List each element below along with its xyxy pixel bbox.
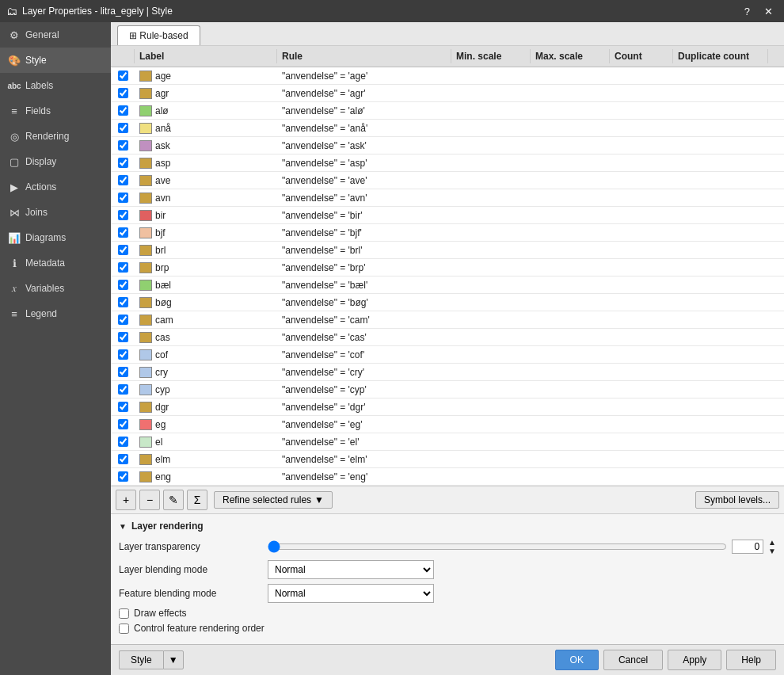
table-row[interactable]: cas "anvendelse" = 'cas' [111, 329, 784, 346]
transparency-slider[interactable] [268, 540, 727, 553]
sidebar-item-diagrams[interactable]: 📊 Diagrams [0, 225, 111, 250]
table-row[interactable]: alø "anvendelse" = 'alø' [111, 102, 784, 120]
table-row[interactable]: agr "anvendelse" = 'agr' [111, 85, 784, 102]
symbol-levels-button[interactable]: Symbol levels... [695, 491, 779, 509]
row-checkbox[interactable] [118, 419, 128, 429]
sidebar-item-labels[interactable]: abc Labels [0, 73, 111, 98]
sidebar-item-metadata[interactable]: ℹ Metadata [0, 250, 111, 276]
table-row[interactable]: elm "anvendelse" = 'elm' [111, 451, 784, 468]
table-row[interactable]: dgr "anvendelse" = 'dgr' [111, 399, 784, 416]
color-swatch[interactable] [139, 175, 152, 186]
rule-table-body[interactable]: age "anvendelse" = 'age' agr "anvendelse… [111, 67, 784, 486]
row-checkbox[interactable] [118, 471, 128, 482]
color-swatch[interactable] [139, 88, 152, 99]
apply-button[interactable]: Apply [668, 650, 721, 670]
row-checkbox[interactable] [118, 437, 128, 447]
color-swatch[interactable] [139, 280, 152, 291]
row-checkbox[interactable] [118, 332, 128, 342]
sidebar-item-display[interactable]: ▢ Display [0, 149, 111, 174]
row-checkbox[interactable] [118, 367, 128, 377]
draw-effects-checkbox[interactable] [119, 608, 129, 619]
table-row[interactable]: ask "anvendelse" = 'ask' [111, 137, 784, 154]
color-swatch[interactable] [139, 105, 152, 116]
transparency-value-input[interactable] [732, 540, 763, 554]
table-row[interactable]: brl "anvendelse" = 'brl' [111, 242, 784, 259]
table-row[interactable]: cyp "anvendelse" = 'cyp' [111, 381, 784, 399]
sidebar-item-actions[interactable]: ▶ Actions [0, 174, 111, 200]
color-swatch[interactable] [139, 454, 152, 465]
cancel-button[interactable]: Cancel [603, 650, 663, 670]
row-checkbox[interactable] [118, 402, 128, 412]
row-checkbox[interactable] [118, 454, 128, 464]
add-rule-button[interactable]: + [116, 490, 136, 510]
help-button[interactable]: ? [740, 4, 755, 19]
color-swatch[interactable] [139, 297, 152, 308]
row-checkbox[interactable] [118, 193, 128, 203]
row-checkbox[interactable] [118, 262, 128, 273]
color-swatch[interactable] [139, 158, 152, 169]
color-swatch[interactable] [139, 419, 152, 430]
color-swatch[interactable] [139, 315, 152, 326]
table-row[interactable]: age "anvendelse" = 'age' [111, 67, 784, 85]
table-row[interactable]: anå "anvendelse" = 'anå' [111, 120, 784, 137]
sidebar-item-rendering[interactable]: ◎ Rendering [0, 124, 111, 149]
style-arrow-button[interactable]: ▼ [163, 650, 184, 669]
table-row[interactable]: bæl "anvendelse" = 'bæl' [111, 276, 784, 294]
sidebar-item-general[interactable]: ⚙ General [0, 22, 111, 48]
color-swatch[interactable] [139, 140, 152, 151]
refine-rules-button[interactable]: Refine selected rules ▼ [214, 491, 333, 509]
sidebar-item-variables[interactable]: 𝑥 Variables [0, 276, 111, 301]
table-row[interactable]: el "anvendelse" = 'el' [111, 433, 784, 451]
edit-rule-button[interactable]: ✎ [163, 490, 184, 510]
row-checkbox[interactable] [118, 71, 128, 81]
row-checkbox[interactable] [118, 140, 128, 151]
color-swatch[interactable] [139, 402, 152, 413]
color-swatch[interactable] [139, 349, 152, 360]
table-row[interactable]: bir "anvendelse" = 'bir' [111, 207, 784, 224]
table-row[interactable]: bjf "anvendelse" = 'bjf' [111, 224, 784, 242]
table-row[interactable]: eng "anvendelse" = 'eng' [111, 468, 784, 486]
table-row[interactable]: avn "anvendelse" = 'avn' [111, 189, 784, 207]
table-row[interactable]: eg "anvendelse" = 'eg' [111, 416, 784, 433]
color-swatch[interactable] [139, 471, 152, 482]
row-checkbox[interactable] [118, 105, 128, 116]
row-checkbox[interactable] [118, 315, 128, 325]
color-swatch[interactable] [139, 367, 152, 378]
row-checkbox[interactable] [118, 210, 128, 220]
style-button[interactable]: Style [119, 650, 163, 669]
layer-rendering-header[interactable]: ▼ Layer rendering [119, 521, 776, 532]
control-order-checkbox[interactable] [119, 624, 129, 634]
table-row[interactable]: cry "anvendelse" = 'cry' [111, 364, 784, 381]
color-swatch[interactable] [139, 227, 152, 238]
sidebar-item-joins[interactable]: ⋈ Joins [0, 200, 111, 225]
sidebar-item-fields[interactable]: ≡ Fields [0, 98, 111, 124]
tab-rule-based[interactable]: ⊞ Rule-based [117, 25, 200, 45]
color-swatch[interactable] [139, 193, 152, 204]
row-checkbox[interactable] [118, 158, 128, 168]
row-checkbox[interactable] [118, 245, 128, 255]
row-checkbox[interactable] [118, 175, 128, 185]
table-row[interactable]: ave "anvendelse" = 'ave' [111, 172, 784, 189]
row-checkbox[interactable] [118, 280, 128, 290]
color-swatch[interactable] [139, 332, 152, 343]
color-swatch[interactable] [139, 262, 152, 273]
color-swatch[interactable] [139, 123, 152, 134]
row-checkbox[interactable] [118, 384, 128, 395]
sigma-button[interactable]: Σ [187, 490, 207, 510]
remove-rule-button[interactable]: − [139, 490, 160, 510]
row-checkbox[interactable] [118, 123, 128, 133]
color-swatch[interactable] [139, 210, 152, 221]
sidebar-item-legend[interactable]: ≡ Legend [0, 301, 111, 326]
table-row[interactable]: cof "anvendelse" = 'cof' [111, 346, 784, 364]
color-swatch[interactable] [139, 437, 152, 448]
row-checkbox[interactable] [118, 349, 128, 360]
row-checkbox[interactable] [118, 297, 128, 307]
feature-blending-select[interactable]: Normal Multiply Screen Overlay [268, 584, 434, 603]
row-checkbox[interactable] [118, 227, 128, 238]
color-swatch[interactable] [139, 384, 152, 395]
help-bottom-button[interactable]: Help [726, 650, 776, 670]
ok-button[interactable]: OK [555, 650, 599, 670]
color-swatch[interactable] [139, 71, 152, 82]
spinner-up-icon[interactable]: ▲▼ [768, 538, 776, 555]
table-row[interactable]: bøg "anvendelse" = 'bøg' [111, 294, 784, 311]
